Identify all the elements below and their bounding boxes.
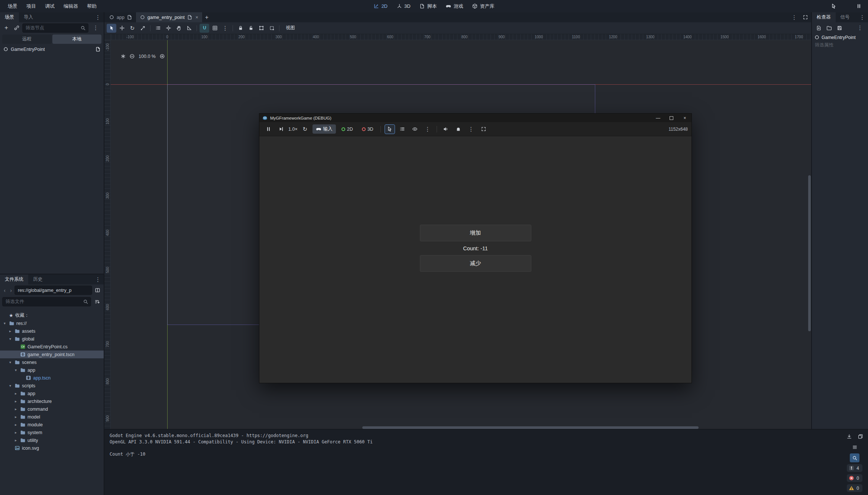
increase-button[interactable]: 增加 — [420, 225, 531, 241]
scene-tree-menu-icon[interactable]: ⋮ — [90, 25, 101, 31]
expand-arrow-icon[interactable]: ▾ — [8, 384, 13, 388]
current-path-input[interactable] — [17, 287, 90, 293]
fs-item-command[interactable]: ▸command — [0, 405, 104, 413]
resource-menu-icon[interactable]: ⋮ — [854, 25, 866, 31]
debug-overlay-button[interactable] — [453, 124, 464, 134]
menu-help[interactable]: 帮助 — [83, 1, 101, 11]
fs-item-scripts[interactable]: ▾scripts — [0, 382, 104, 390]
fs-item-assets[interactable]: ▸assets — [0, 327, 104, 335]
selection-options-button[interactable]: ⋮ — [422, 124, 433, 134]
save-resource-icon[interactable] — [835, 23, 844, 32]
fs-item-app[interactable]: ▾app — [0, 366, 104, 374]
camera-2d-button[interactable]: 2D — [338, 125, 356, 133]
remote-button[interactable]: 远程 — [2, 35, 52, 44]
scene-tabs-menu-icon[interactable]: ⋮ — [788, 14, 800, 21]
forward-icon[interactable]: › — [8, 287, 14, 293]
expand-arrow-icon[interactable]: ▾ — [8, 360, 13, 364]
inspector-menu-icon[interactable]: ⋮ — [856, 12, 868, 22]
tab-inspector[interactable]: 检查器 — [812, 12, 836, 22]
expand-arrow-icon[interactable]: ▾ — [2, 321, 7, 325]
expand-arrow-icon[interactable]: ▾ — [8, 337, 13, 341]
fs-item-system[interactable]: ▸system — [0, 429, 104, 436]
fs-item-global[interactable]: ▾global — [0, 335, 104, 343]
fs-item-scenes[interactable]: ▾scenes — [0, 358, 104, 366]
scale-tool-button[interactable] — [138, 24, 148, 33]
menu-debug[interactable]: 调试 — [41, 1, 59, 11]
close-button[interactable]: × — [678, 114, 692, 122]
expand-arrow-icon[interactable]: ▸ — [8, 329, 13, 333]
expand-arrow-icon[interactable]: ▸ — [13, 391, 18, 395]
view-menu-button[interactable]: 视图 — [282, 24, 299, 32]
selection-list-button[interactable] — [397, 124, 408, 134]
fs-item-game-entry-point-tscn[interactable]: game_entry_point.tscn — [0, 351, 104, 358]
time-scale-label[interactable]: 1.0× — [288, 127, 298, 132]
tab-import[interactable]: 导入 — [19, 12, 38, 22]
menu-editor[interactable]: 编辑器 — [59, 1, 82, 11]
zoom-in-button[interactable] — [159, 53, 165, 59]
pivot-tool-button[interactable] — [163, 24, 173, 33]
log-list-button[interactable] — [850, 443, 859, 452]
more-options-button[interactable]: ⋮ — [466, 124, 476, 134]
expand-viewport-icon[interactable] — [801, 13, 810, 22]
pan-tool-button[interactable] — [174, 24, 184, 33]
input-mode-button[interactable]: 输入 — [312, 124, 336, 134]
warnings-badge[interactable]: 0 — [847, 484, 862, 492]
fs-item-app[interactable]: ▸app — [0, 390, 104, 397]
split-view-icon[interactable] — [93, 286, 102, 295]
close-tab-icon[interactable]: × — [195, 14, 198, 20]
scene-tab-app[interactable]: app — [105, 12, 136, 22]
lock-selected-button[interactable] — [236, 24, 245, 33]
expand-arrow-icon[interactable]: ▸ — [13, 430, 18, 434]
scene-tree-node-gameentrypoint[interactable]: GameEntryPoint — [0, 45, 104, 53]
select-tool-button[interactable] — [107, 24, 116, 33]
maximize-button[interactable] — [665, 114, 678, 122]
expand-arrow-icon[interactable]: ▸ — [13, 399, 18, 403]
inspected-node-row[interactable]: GameEntryPoint — [812, 33, 868, 41]
add-node-icon[interactable]: + — [2, 24, 10, 32]
attached-script-icon[interactable] — [95, 46, 101, 52]
fs-item-architecture[interactable]: ▸architecture — [0, 397, 104, 405]
group-selected-button[interactable] — [256, 24, 266, 33]
node-picker-button[interactable] — [385, 124, 395, 134]
game-window-titlebar[interactable]: MyGFrameworkGame (DEBUG) — × — [259, 114, 692, 122]
save-log-button[interactable] — [844, 432, 854, 441]
copy-log-button[interactable] — [855, 432, 865, 441]
back-icon[interactable]: ‹ — [2, 287, 7, 293]
filesystem-menu-icon[interactable]: ⋮ — [92, 274, 104, 284]
tab-history[interactable]: 历史 — [28, 274, 47, 284]
viewport-horizontal-scrollbar[interactable] — [362, 426, 699, 429]
fs-item-app-tscn[interactable]: app.tscn — [0, 374, 104, 382]
workspace-assetlib[interactable]: 资产库 — [469, 1, 498, 11]
sort-files-icon[interactable] — [93, 297, 101, 306]
grid-snap-toggle-button[interactable] — [210, 24, 220, 33]
fs-item-icon-svg[interactable]: icon.svg — [0, 444, 104, 452]
fs-item-model[interactable]: ▸model — [0, 413, 104, 421]
scene-tab-game-entry-point[interactable]: game_entry_point × — [136, 12, 202, 22]
new-scene-tab-icon[interactable]: + — [202, 12, 212, 22]
workspace-game[interactable]: 游戏 — [442, 1, 467, 11]
ungroup-selected-button[interactable] — [267, 24, 276, 33]
new-resource-icon[interactable] — [814, 23, 823, 32]
next-frame-button[interactable] — [276, 124, 286, 134]
suspend-button[interactable] — [263, 124, 273, 134]
fs-item-module[interactable]: ▸module — [0, 421, 104, 429]
asterisk-icon[interactable] — [120, 53, 126, 59]
scene-script-icon[interactable] — [127, 14, 132, 20]
rotate-tool-button[interactable]: ↻ — [127, 24, 137, 33]
tab-signals[interactable]: 信号 — [836, 12, 855, 22]
unlock-selected-button[interactable] — [246, 24, 256, 33]
load-resource-icon[interactable] — [825, 23, 833, 32]
list-select-tool-button[interactable] — [153, 24, 163, 33]
move-tool-button[interactable] — [117, 24, 127, 33]
expand-arrow-icon[interactable]: ▾ — [13, 368, 18, 372]
minimize-button[interactable]: — — [651, 114, 665, 122]
expand-arrow-icon[interactable]: ▸ — [13, 423, 18, 427]
scene-script-icon[interactable] — [187, 14, 192, 20]
log-search-button[interactable] — [850, 453, 859, 462]
expand-arrow-icon[interactable]: ▸ — [13, 415, 18, 419]
smart-snap-toggle-button[interactable] — [200, 24, 209, 33]
debug-cursor-button[interactable] — [828, 2, 839, 11]
fs-item-row-0[interactable]: ★收藏： — [0, 312, 104, 319]
reset-time-scale-button[interactable]: ↻ — [300, 124, 310, 134]
local-button[interactable]: 本地 — [52, 35, 102, 44]
